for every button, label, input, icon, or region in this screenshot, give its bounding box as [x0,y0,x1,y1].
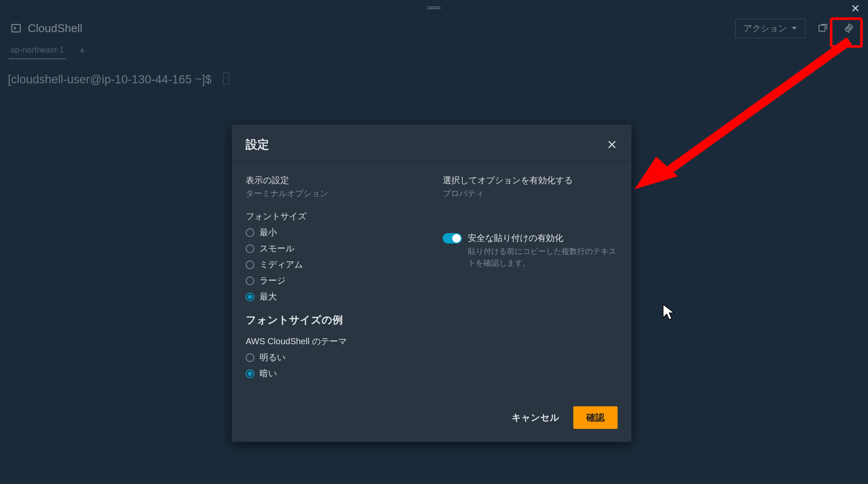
radio-label: 暗い [260,368,277,379]
svg-rect-1 [819,25,825,31]
safe-paste-desc: 貼り付ける前にコピーした複数行のテキストを確認します。 [468,246,618,269]
terminal-prompt: [cloudshell-user@ip-10-130-44-165 ~]$ [8,73,211,86]
font-size-radio-largest[interactable]: 最大 [246,291,421,303]
modal-title: 設定 [246,137,269,152]
radio-icon [246,228,254,237]
terminal-cursor [223,72,229,85]
theme-label: AWS CloudShell のテーマ [246,336,421,347]
close-icon [606,139,618,150]
cancel-button[interactable]: キャンセル [508,406,563,429]
chevron-down-icon [791,26,797,30]
radio-icon [246,244,254,253]
radio-icon [246,260,254,269]
radio-label: スモール [260,243,294,254]
modal-footer: キャンセル 確認 [232,397,631,442]
annotation-arrow-icon [630,33,860,198]
radio-label: 最小 [260,227,277,238]
safe-paste-toggle[interactable] [443,233,462,244]
cloudshell-logo-icon [10,23,22,34]
toggle-text: 安全な貼り付けの有効化 貼り付ける前にコピーした複数行のテキストを確認します。 [468,232,618,269]
radio-label: 最大 [260,291,277,303]
add-tab-button[interactable]: + [79,44,85,57]
radio-icon [246,293,254,301]
font-size-radio-medium[interactable]: ミディアム [246,259,421,270]
radio-icon [246,277,254,285]
tab-region[interactable]: ap-northeast-1 [9,42,66,59]
font-size-radio-small[interactable]: スモール [246,243,421,254]
options-column: 選択してオプションを有効化する プロパティ 安全な貼り付けの有効化 貼り付ける前… [443,175,618,384]
font-size-label: フォントサイズ [246,211,421,222]
panel-top-strip [0,0,868,16]
radio-label: 明るい [260,352,286,363]
app-title: CloudShell [28,22,82,35]
radio-label: ラージ [260,275,286,286]
safe-paste-toggle-row: 安全な貼り付けの有効化 貼り付ける前にコピーした複数行のテキストを確認します。 [443,232,618,269]
font-size-radio-large[interactable]: ラージ [246,275,421,286]
mouse-cursor-icon [662,303,677,320]
font-size-example-heading: フォントサイズの例 [246,313,421,327]
panel-close-button[interactable] [851,3,860,13]
modal-header: 設定 [232,125,631,162]
radio-icon [246,369,254,378]
confirm-button[interactable]: 確認 [573,406,618,429]
grip-handle-icon[interactable] [427,7,441,9]
safe-paste-title: 安全な貼り付けの有効化 [468,232,618,244]
actions-label: アクション [743,23,787,34]
theme-radio-dark[interactable]: 暗い [246,368,421,379]
radio-icon [246,353,254,362]
modal-body: 表示の設定 ターミナルオプション フォントサイズ 最小 スモール ミディアム [232,162,631,397]
svg-marker-3 [635,157,678,189]
display-settings-column: 表示の設定 ターミナルオプション フォントサイズ 最小 スモール ミディアム [246,175,421,384]
modal-close-button[interactable] [606,139,618,150]
settings-modal: 設定 表示の設定 ターミナルオプション フォントサイズ 最小 スモール [232,125,631,442]
font-size-radio-smallest[interactable]: 最小 [246,227,421,238]
options-sub: プロパティ [443,188,618,199]
radio-label: ミディアム [260,259,303,270]
annotation-highlight-box [830,17,863,48]
display-settings-title: 表示の設定 [246,175,421,186]
toggle-knob-icon [452,234,461,243]
options-title: 選択してオプションを有効化する [443,175,618,186]
display-settings-sub: ターミナルオプション [246,188,421,199]
theme-radio-light[interactable]: 明るい [246,352,421,363]
